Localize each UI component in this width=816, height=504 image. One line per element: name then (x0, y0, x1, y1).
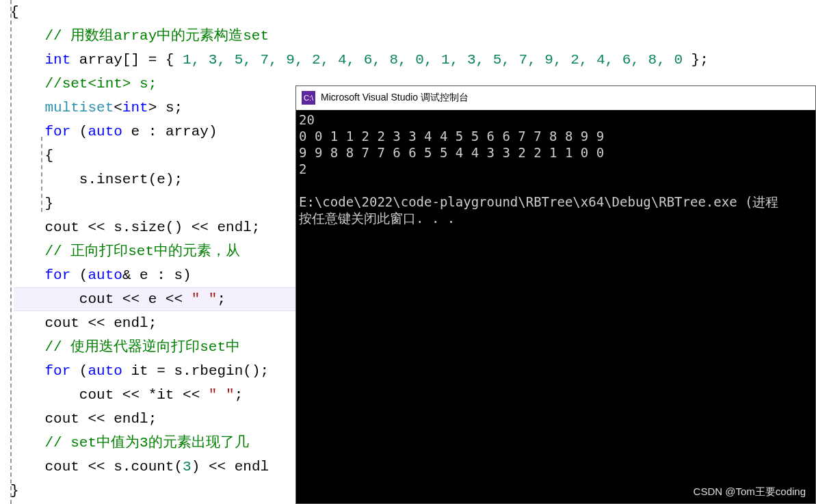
vs-icon: C:\ (302, 91, 315, 105)
console-title: Microsoft Visual Studio 调试控制台 (321, 92, 469, 104)
code-line: int array[] = { 1, 3, 5, 7, 9, 2, 4, 6, … (10, 48, 816, 72)
debug-console-window[interactable]: C:\ Microsoft Visual Studio 调试控制台 20 0 0… (295, 85, 816, 504)
console-output: 20 0 0 1 1 2 2 3 3 4 4 5 5 6 6 7 7 8 8 9… (296, 110, 815, 228)
code-line: // 用数组array中的元素构造set (10, 24, 816, 48)
console-titlebar[interactable]: C:\ Microsoft Visual Studio 调试控制台 (296, 86, 815, 110)
code-line: { (10, 0, 816, 24)
watermark: CSDN @Tom王要coding (694, 486, 806, 499)
